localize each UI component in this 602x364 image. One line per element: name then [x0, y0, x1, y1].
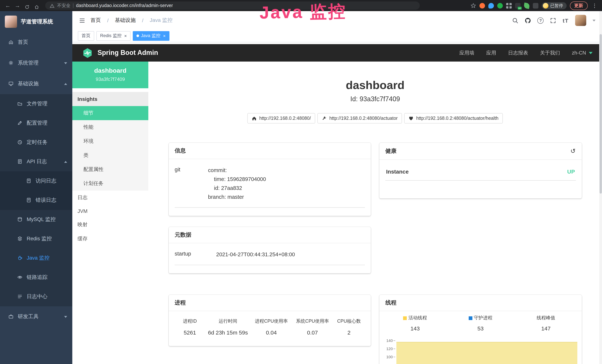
- history-icon[interactable]: ↺: [570, 147, 576, 155]
- ext-green-icon[interactable]: [497, 3, 503, 8]
- sidebar-item-infrastructure[interactable]: 基础设施: [0, 74, 72, 94]
- url-text[interactable]: dashboard.yudao.iocoder.cn/infra/admin-s…: [76, 3, 173, 8]
- cell-value: 0.04: [253, 329, 290, 336]
- info-line: commit:: [208, 166, 266, 175]
- column-header: 系统CPU使用率: [294, 318, 331, 324]
- sidebar-item-config-mgmt[interactable]: 配置管理: [0, 114, 72, 133]
- chevron-up-icon: [64, 83, 67, 85]
- sidebar-item-tracing[interactable]: 链路追踪: [0, 268, 72, 287]
- sidebar-item-scheduled-tasks[interactable]: 定时任务: [0, 133, 72, 152]
- close-icon[interactable]: ×: [163, 33, 166, 38]
- ext-grid-icon[interactable]: [506, 3, 512, 8]
- app-logo[interactable]: 芋道管理系统: [0, 11, 72, 32]
- help-icon[interactable]: ?: [538, 17, 544, 23]
- app-sidebar: 芋道管理系统 首页 系统管理 基础设施 文件管理 配: [0, 11, 72, 364]
- browser-menu-kebab-icon[interactable]: ⋮: [591, 3, 598, 9]
- tab-java-monitor[interactable]: Java 监控 ×: [133, 31, 169, 41]
- ext-puzzle-icon[interactable]: [533, 3, 538, 8]
- card-row-2: 元数据 startup 2021-04-27T00:44:31.254+08:0…: [169, 227, 582, 273]
- redis-icon: [17, 236, 23, 242]
- instance-header[interactable]: dashboard 93a3fc7f7409: [72, 62, 148, 88]
- sidebar-item-access-logs[interactable]: 访问日志: [0, 171, 72, 191]
- ext-leaf-icon[interactable]: [524, 2, 530, 9]
- instance-detail: dashboard Id: 93a3fc7f7409 http://192.16…: [148, 62, 602, 364]
- update-button[interactable]: 更新: [570, 1, 588, 10]
- sidebar-item-label: 基础设施: [18, 80, 39, 87]
- threads-card: 线程 活动线程 143: [379, 295, 582, 364]
- sidebar-item-file-mgmt[interactable]: 文件管理: [0, 94, 72, 114]
- threads-chart: 140 120 100: [383, 337, 579, 364]
- ext-orange-icon[interactable]: [479, 3, 485, 8]
- service-url-link[interactable]: http://192.168.0.2:48080/: [247, 113, 315, 124]
- insight-item-config-props[interactable]: 配置属性: [72, 162, 148, 177]
- sba-nav-about[interactable]: 关于我们: [540, 50, 560, 56]
- close-icon[interactable]: ×: [124, 33, 127, 38]
- sba-nav-journal[interactable]: 日志报表: [508, 50, 528, 56]
- refresh-icon[interactable]: [23, 1, 31, 10]
- actuator-url-link[interactable]: http://192.168.0.2:48080/actuator: [318, 113, 402, 124]
- logo-avatar: [5, 15, 17, 28]
- sba-nav-wallboard[interactable]: 应用墙: [459, 50, 474, 56]
- column-header: CPU核心数: [335, 318, 363, 324]
- insight-item-classes[interactable]: 类: [72, 148, 148, 162]
- legend-label: 活动线程: [408, 315, 427, 321]
- metadata-key: startup: [175, 250, 216, 259]
- ext-on-badge-icon[interactable]: on: [515, 3, 521, 8]
- legend-value: 53: [448, 325, 513, 332]
- sidebar-item-mysql-monitor[interactable]: MySQL 监控: [0, 210, 72, 229]
- insight-item-environment[interactable]: 环境: [72, 134, 148, 148]
- address-bar[interactable]: 不安全 dashboard.yudao.iocoder.cn/infra/adm…: [45, 1, 420, 10]
- sidebar-item-api-logs[interactable]: API 日志: [0, 152, 72, 171]
- ext-drop-icon[interactable]: [488, 3, 494, 8]
- tab-home[interactable]: 首页: [78, 31, 94, 41]
- bookmark-star-icon[interactable]: [471, 3, 476, 8]
- side-item-caches[interactable]: 缓存: [72, 232, 148, 246]
- sidebar-item-label: Java 监控: [27, 255, 50, 261]
- profile-paused-chip[interactable]: 已暂停: [542, 2, 566, 9]
- insight-item-scheduled-tasks[interactable]: 计划任务: [72, 177, 148, 191]
- user-avatar[interactable]: [575, 15, 586, 26]
- locale-selector[interactable]: zh-CN: [572, 50, 592, 56]
- health-url-link[interactable]: http://192.168.0.2:48080/actuator/health: [404, 113, 503, 124]
- sidebar-item-home[interactable]: 首页: [0, 32, 72, 53]
- insight-item-details[interactable]: 细节: [72, 106, 148, 120]
- sidebar-item-log-center[interactable]: 日志中心: [0, 287, 72, 306]
- sba-nav-applications[interactable]: 应用: [486, 50, 496, 56]
- info-line: branch: master: [208, 193, 266, 201]
- search-icon[interactable]: [512, 17, 519, 23]
- tab-redis-monitor[interactable]: Redis 监控 ×: [97, 31, 130, 41]
- sba-brand[interactable]: Spring Boot Admin: [97, 49, 158, 57]
- caret-down-icon[interactable]: [592, 20, 595, 21]
- sidebar-item-error-logs[interactable]: 错误日志: [0, 191, 72, 210]
- breadcrumb-infrastructure[interactable]: 基础设施: [115, 17, 136, 24]
- sidebar-item-redis-monitor[interactable]: Redis 监控: [0, 229, 72, 248]
- side-item-jvm[interactable]: JVM: [72, 205, 148, 218]
- sba-nav-links: 应用墙 应用 日志报表 关于我们 zh-CN: [459, 50, 592, 56]
- forward-icon[interactable]: →: [13, 0, 22, 11]
- tab-label: Redis 监控: [100, 33, 122, 39]
- sidebar-item-label: 首页: [18, 39, 28, 46]
- tick-mark: [394, 348, 396, 349]
- annotation-text: Java 监控: [259, 0, 347, 24]
- scrollbar-thumb[interactable]: [599, 34, 602, 193]
- sidebar-toggle-icon[interactable]: [79, 17, 85, 23]
- side-item-logs[interactable]: 日志: [72, 191, 148, 205]
- side-item-mappings[interactable]: 映射: [72, 218, 148, 232]
- fullscreen-icon[interactable]: [550, 17, 556, 23]
- sidebar-item-java-monitor[interactable]: Java 监控: [0, 248, 72, 268]
- browser-home-icon[interactable]: [33, 1, 41, 10]
- back-icon[interactable]: ←: [4, 0, 12, 11]
- insight-item-metrics[interactable]: 性能: [72, 120, 148, 134]
- sidebar-item-system-mgmt[interactable]: 系统管理: [0, 53, 72, 74]
- github-icon[interactable]: [525, 17, 531, 23]
- sidebar-item-label: Redis 监控: [27, 236, 52, 242]
- table-row[interactable]: Instance UP: [386, 162, 576, 181]
- sidebar-item-dev-tools[interactable]: 研发工具: [0, 306, 72, 327]
- scrollbar-track[interactable]: [599, 11, 602, 364]
- process-table: 进程ID5261 运行时间6d 23h 15m 59s 进程CPU使用率0.04…: [175, 313, 365, 338]
- home-icon: [252, 116, 257, 121]
- locale-label: zh-CN: [572, 50, 586, 56]
- log-list-icon: [17, 294, 23, 300]
- breadcrumb-home[interactable]: 首页: [90, 17, 101, 24]
- font-size-icon[interactable]: tT: [563, 17, 569, 23]
